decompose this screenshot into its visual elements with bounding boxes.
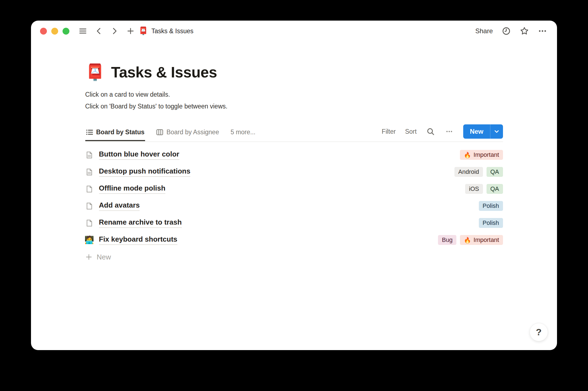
ellipsis-icon (538, 27, 547, 35)
tag-label: Important (474, 151, 499, 158)
search-button[interactable] (426, 127, 435, 136)
task-title[interactable]: Desktop push notifications (99, 167, 191, 177)
task-tags: Bug 🔥 Important (438, 235, 503, 245)
new-page-button[interactable] (126, 26, 135, 36)
more-options-button[interactable] (538, 26, 547, 36)
task-row[interactable]: Add avatars Polish (85, 197, 503, 214)
view-tab[interactable]: Board by Status (85, 125, 145, 141)
tag-badge: 🔥 Important (460, 150, 503, 160)
view-options-button[interactable] (445, 127, 454, 136)
history-button[interactable] (502, 26, 511, 36)
task-row[interactable]: 🧑‍💻 Fix keyboard shortcuts Bug 🔥 Importa… (85, 231, 503, 248)
task-tags: Polish (479, 218, 503, 228)
help-button[interactable]: ? (530, 323, 548, 341)
tag-label: Android (458, 168, 479, 175)
tag-label: Polish (483, 202, 499, 210)
tag-label: Bug (442, 236, 453, 244)
task-row[interactable]: Desktop push notifications Android QA (85, 163, 503, 180)
tag-badge: Bug (438, 235, 456, 245)
fire-emoji-icon: 🔥 (464, 152, 471, 158)
forward-button[interactable] (110, 26, 119, 36)
task-tags: Android QA (454, 167, 503, 177)
description-line: Click on a card to view details. (85, 89, 503, 100)
favorite-button[interactable] (520, 26, 529, 36)
task-row[interactable]: Rename archive to trash Polish (85, 214, 503, 231)
tag-label: Important (474, 236, 499, 244)
task-tags: 🔥 Important (460, 150, 503, 160)
page-document-icon (85, 151, 93, 159)
new-entry-dropdown-button[interactable] (490, 124, 503, 139)
page-blank-icon (85, 202, 93, 210)
add-new-row-button[interactable]: New (85, 248, 503, 266)
new-entry-label[interactable]: New (463, 124, 490, 139)
page-blank-icon (85, 185, 93, 193)
view-tab-label: 5 more... (231, 129, 256, 136)
tag-badge: QA (487, 184, 503, 194)
clock-icon (502, 27, 511, 35)
search-icon (426, 127, 435, 136)
add-new-row-label: New (97, 253, 111, 261)
description-line: Click on 'Board by Status' to toggle bet… (85, 100, 503, 112)
question-mark-label: ? (536, 327, 542, 337)
view-tabs: Board by Status Board by Assignee 5 more… (85, 125, 256, 141)
tag-label: iOS (469, 185, 479, 192)
new-entry-button[interactable]: New (463, 124, 503, 139)
close-window-button[interactable] (40, 28, 47, 35)
tag-label: Polish (483, 219, 499, 227)
fire-emoji-icon: 🔥 (464, 237, 471, 243)
chevron-right-icon (111, 27, 118, 35)
tag-label: QA (490, 185, 499, 192)
view-tab-label: Board by Status (96, 129, 145, 136)
task-tags: Polish (479, 201, 503, 211)
sort-button[interactable]: Sort (405, 128, 417, 135)
view-tab-label: Board by Assignee (166, 129, 219, 136)
task-tags: iOS QA (465, 184, 503, 194)
view-toolbar: Board by Status Board by Assignee 5 more… (85, 124, 503, 142)
postbox-emoji-icon: 📮 (138, 27, 148, 35)
zoom-window-button[interactable] (63, 28, 69, 35)
board-view-icon (156, 129, 163, 136)
hamburger-icon (79, 27, 87, 35)
view-tab[interactable]: 5 more... (230, 125, 256, 141)
minimize-window-button[interactable] (51, 28, 58, 35)
titlebar: 📮 Tasks & Issues Share (31, 21, 557, 41)
share-button[interactable]: Share (475, 27, 493, 35)
page-document-icon (85, 168, 93, 176)
technologist-emoji-icon: 🧑‍💻 (84, 236, 94, 244)
page-emoji-icon[interactable]: 📮 (85, 64, 105, 80)
task-title[interactable]: Fix keyboard shortcuts (99, 235, 177, 245)
plus-icon (85, 253, 92, 261)
tag-badge: Polish (479, 201, 503, 211)
tag-badge: Polish (479, 218, 503, 228)
star-icon (520, 27, 529, 35)
task-rows: Button blue hover color 🔥 Important Desk… (85, 146, 503, 248)
window-controls (40, 28, 69, 35)
list-view-icon (86, 129, 93, 136)
breadcrumb-title: Tasks & Issues (151, 27, 193, 35)
task-title[interactable]: Add avatars (99, 201, 140, 211)
plus-icon (127, 27, 134, 35)
task-row[interactable]: Offline mode polish iOS QA (85, 180, 503, 197)
tag-badge: 🔥 Important (460, 235, 503, 245)
filter-button[interactable]: Filter (382, 128, 396, 135)
ellipsis-icon (446, 128, 453, 135)
chevron-left-icon (95, 27, 103, 35)
view-tab[interactable]: Board by Assignee (156, 125, 220, 141)
app-window: 📮 Tasks & Issues Share (31, 21, 557, 350)
tag-badge: iOS (465, 184, 483, 194)
tag-badge: QA (487, 167, 503, 177)
sidebar-menu-button[interactable] (78, 26, 87, 36)
task-title[interactable]: Button blue hover color (99, 150, 179, 160)
task-title[interactable]: Offline mode polish (99, 184, 166, 194)
task-title[interactable]: Rename archive to trash (99, 218, 182, 228)
page-blank-icon (85, 219, 93, 227)
tag-label: QA (490, 168, 499, 175)
tag-badge: Android (454, 167, 483, 177)
back-button[interactable] (94, 26, 103, 36)
page-description: Click on a card to view details. Click o… (85, 89, 503, 112)
task-row[interactable]: Button blue hover color 🔥 Important (85, 146, 503, 163)
page-title: Tasks & Issues (111, 63, 217, 81)
breadcrumb[interactable]: 📮 Tasks & Issues (138, 27, 193, 35)
chevron-down-icon (493, 128, 500, 135)
